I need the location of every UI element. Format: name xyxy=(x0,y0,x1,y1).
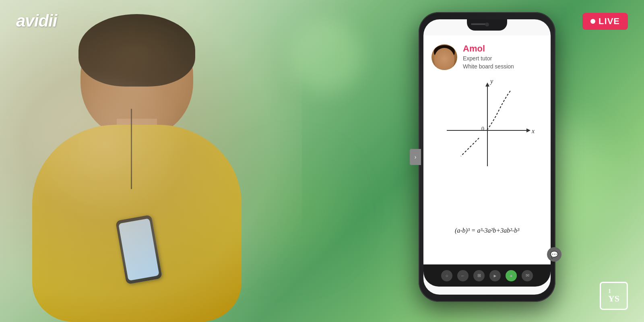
app-logo: avidii xyxy=(16,11,57,31)
chat-icon[interactable]: 💬 xyxy=(547,247,561,262)
live-indicator-dot xyxy=(590,19,595,24)
tutor-avatar xyxy=(431,44,457,70)
tutor-name: Amol xyxy=(463,43,543,54)
math-formula: (a-b)³ = a³-3a²b+3ab²-b³ xyxy=(455,227,519,234)
ys-logo: 1 YS xyxy=(600,282,628,310)
tutor-role: Expert tutor White board session xyxy=(463,55,543,70)
whiteboard-content: y x 0 (a-b)³ = a³-3a²b+3ab²-b³ xyxy=(423,74,551,266)
phone-mockup: › 💬 Amol Expert tutor White board sessio… xyxy=(419,12,555,302)
ys-logo-text: YS xyxy=(608,294,619,303)
phone-speaker xyxy=(471,23,487,25)
logo-text: avidii xyxy=(16,11,57,31)
student-hair xyxy=(78,14,195,87)
phone-screen: Amol Expert tutor White board session xyxy=(423,19,551,295)
x-axis-label: x xyxy=(532,128,535,135)
toolbar-icon-2[interactable]: ← xyxy=(457,270,469,281)
toolbar-icon-4[interactable]: ► xyxy=(489,270,501,281)
live-badge: LIVE xyxy=(582,13,628,30)
phone-notch xyxy=(467,19,507,31)
phone-profile-section: Amol Expert tutor White board session xyxy=(423,35,551,76)
y-axis-label: y xyxy=(490,78,493,85)
graph-curve xyxy=(447,86,527,166)
earphone-cord xyxy=(131,109,132,189)
live-label: LIVE xyxy=(599,16,620,27)
tutor-info: Amol Expert tutor White board session xyxy=(463,43,543,70)
ys-logo-content: 1 YS xyxy=(608,289,619,303)
toolbar-icon-6[interactable]: ✉ xyxy=(522,270,533,281)
avatar-face xyxy=(434,48,454,70)
phone-bottom-toolbar[interactable]: ○ ← ⊞ ► ● ✉ xyxy=(423,264,551,287)
toolbar-icon-5-active[interactable]: ● xyxy=(506,270,517,281)
math-graph: y x 0 xyxy=(447,86,527,166)
whiteboard-area: y x 0 (a-b)³ = a³-3a²b+3ab²-b³ xyxy=(423,74,551,266)
toolbar-icon-1[interactable]: ○ xyxy=(441,270,452,281)
toolbar-icon-3[interactable]: ⊞ xyxy=(473,270,485,281)
phone-side-arrow[interactable]: › xyxy=(410,149,421,165)
hand-phone-screen xyxy=(118,218,159,281)
phone-camera xyxy=(485,23,489,27)
student-figure xyxy=(0,0,346,322)
